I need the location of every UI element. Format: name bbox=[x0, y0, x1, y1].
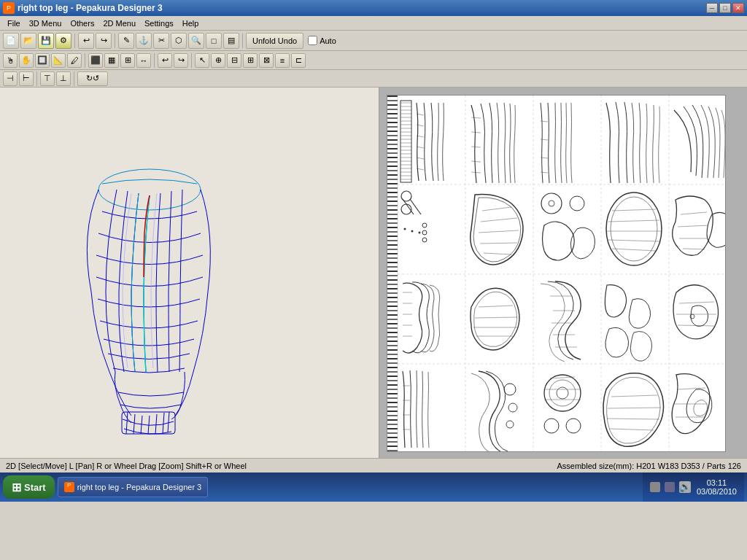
tb2-btn18[interactable]: ⊏ bbox=[291, 53, 306, 68]
svg-line-56 bbox=[482, 207, 511, 211]
svg-line-66 bbox=[612, 209, 656, 211]
new-button[interactable]: 📄 bbox=[3, 33, 19, 49]
titlebar-controls[interactable]: ─ □ ✕ bbox=[706, 3, 744, 13]
2d-view[interactable] bbox=[379, 88, 747, 458]
svg-point-99 bbox=[506, 421, 514, 428]
svg-line-71 bbox=[681, 212, 707, 214]
tb2-btn1[interactable]: 🖱 bbox=[3, 53, 18, 68]
settings-button[interactable]: ⚙ bbox=[55, 33, 71, 49]
taskbar-app-pepakura[interactable]: P right top leg - Pepakura Designer 3 bbox=[58, 477, 209, 497]
svg-point-102 bbox=[557, 387, 568, 399]
toolbar2: 🖱 ✋ 🔲 📐 🖊 ⬛ ▦ ⊞ ↔ ↩ ↪ ↖ ⊕ ⊟ ⊞ ⊠ ≡ ⊏ bbox=[0, 51, 747, 70]
tb3-btn1[interactable]: ⊣ bbox=[3, 71, 18, 86]
clock[interactable]: 03:11 03/08/2010 bbox=[697, 478, 737, 496]
menu-3d[interactable]: 3D Menu bbox=[25, 18, 66, 29]
tb3-btn4[interactable]: ⊥ bbox=[56, 71, 71, 86]
auto-checkbox[interactable] bbox=[308, 36, 317, 45]
taskbar-left: ⊞ Start P right top leg - Pepakura Desig… bbox=[3, 475, 208, 499]
tb2-btn9[interactable]: ↔ bbox=[136, 53, 151, 68]
redo-button[interactable]: ↪ bbox=[96, 33, 112, 49]
svg-line-39 bbox=[471, 117, 481, 118]
tb2-btn10[interactable]: ↩ bbox=[158, 53, 172, 68]
svg-line-67 bbox=[608, 220, 659, 222]
tb2-btn4[interactable]: 📐 bbox=[51, 53, 66, 68]
svg-line-72 bbox=[678, 225, 708, 227]
svg-point-100 bbox=[544, 375, 581, 411]
tb2-btn14[interactable]: ⊟ bbox=[227, 53, 241, 68]
menu-2d[interactable]: 2D Menu bbox=[98, 18, 140, 29]
tb2-btn11[interactable]: ↪ bbox=[174, 53, 188, 68]
tool1-button[interactable]: ✎ bbox=[118, 33, 134, 49]
svg-line-109 bbox=[608, 408, 661, 408]
auto-label: Auto bbox=[320, 36, 336, 45]
svg-point-62 bbox=[570, 196, 584, 211]
tool5-button[interactable]: 🔍 bbox=[188, 33, 204, 49]
unfold-undo-label: Unfold Undo bbox=[252, 36, 297, 45]
clock-time: 03:11 bbox=[697, 478, 737, 487]
tb2-btn15[interactable]: ⊞ bbox=[243, 53, 258, 68]
tb2-btn7[interactable]: ▦ bbox=[104, 53, 119, 68]
status-left: 2D [Select/Move] L [Pan] R or Wheel Drag… bbox=[6, 462, 247, 470]
open-button[interactable]: 📂 bbox=[20, 33, 36, 49]
svg-point-63 bbox=[549, 201, 554, 206]
tb2-btn6[interactable]: ⬛ bbox=[88, 53, 103, 68]
save-button[interactable]: 💾 bbox=[38, 33, 54, 49]
tool7-button[interactable]: ▤ bbox=[223, 33, 239, 49]
windows-logo: ⊞ bbox=[12, 481, 21, 494]
svg-line-57 bbox=[481, 218, 517, 222]
unfold-undo-button[interactable]: Unfold Undo bbox=[246, 33, 303, 49]
tb3-btn2[interactable]: ⊢ bbox=[19, 71, 34, 86]
svg-line-69 bbox=[608, 240, 659, 241]
close-button[interactable]: ✕ bbox=[732, 3, 744, 13]
menu-file[interactable]: File bbox=[3, 18, 25, 29]
unfolded-parts-svg bbox=[387, 96, 726, 452]
svg-line-81 bbox=[475, 317, 517, 318]
tray-icon-2 bbox=[665, 482, 675, 492]
svg-point-64 bbox=[606, 192, 662, 265]
svg-line-37 bbox=[417, 158, 424, 159]
svg-point-103 bbox=[544, 419, 559, 433]
svg-point-97 bbox=[504, 384, 516, 395]
tool3-button[interactable]: ✂ bbox=[153, 33, 169, 49]
menu-settings[interactable]: Settings bbox=[140, 18, 178, 29]
tb2-btn16[interactable]: ⊠ bbox=[259, 53, 274, 68]
undo-button[interactable]: ↩ bbox=[78, 33, 94, 49]
tb3-btn3[interactable]: ⊤ bbox=[40, 71, 55, 86]
tb2-btn12[interactable]: ↖ bbox=[195, 53, 209, 68]
tb2-btn5[interactable]: 🖊 bbox=[67, 53, 82, 68]
tool4-button[interactable]: ⬡ bbox=[171, 33, 187, 49]
svg-point-61 bbox=[541, 193, 562, 214]
svg-point-54 bbox=[411, 230, 414, 233]
app-icon-small: P bbox=[64, 482, 74, 492]
minimize-button[interactable]: ─ bbox=[706, 3, 718, 13]
tb2-btn17[interactable]: ≡ bbox=[275, 53, 290, 68]
tb2-btn13[interactable]: ⊕ bbox=[211, 53, 225, 68]
tb3-btn5[interactable]: ↻↺ bbox=[77, 71, 108, 86]
tray-icon-1 bbox=[650, 482, 660, 492]
maximize-button[interactable]: □ bbox=[719, 3, 731, 13]
tb2-btn2[interactable]: ✋ bbox=[19, 53, 34, 68]
tool6-button[interactable]: □ bbox=[206, 33, 222, 49]
tool2-button[interactable]: ⚓ bbox=[136, 33, 152, 49]
svg-line-40 bbox=[471, 132, 481, 133]
3d-view[interactable] bbox=[0, 88, 379, 458]
start-label: Start bbox=[24, 482, 46, 493]
svg-line-42 bbox=[471, 161, 481, 162]
menu-help[interactable]: Help bbox=[178, 18, 204, 29]
menu-others[interactable]: Others bbox=[66, 18, 98, 29]
svg-line-108 bbox=[611, 395, 657, 397]
start-button[interactable]: ⊞ Start bbox=[3, 475, 55, 499]
tb2-btn3[interactable]: 🔲 bbox=[35, 53, 50, 68]
paper-sheet[interactable] bbox=[387, 95, 726, 452]
taskbar-app-label: right top leg - Pepakura Designer 3 bbox=[77, 483, 202, 491]
svg-line-111 bbox=[610, 429, 654, 430]
tray-icon-volume[interactable]: 🔊 bbox=[679, 481, 691, 493]
svg-point-101 bbox=[549, 380, 576, 406]
svg-line-90 bbox=[679, 302, 714, 303]
svg-line-80 bbox=[479, 306, 513, 307]
menubar: File 3D Menu Others 2D Menu Settings Hel… bbox=[0, 16, 747, 31]
svg-point-52 bbox=[422, 238, 427, 242]
tb2-btn8[interactable]: ⊞ bbox=[120, 53, 135, 68]
svg-line-70 bbox=[612, 249, 656, 251]
auto-checkbox-label[interactable]: Auto bbox=[308, 36, 336, 45]
